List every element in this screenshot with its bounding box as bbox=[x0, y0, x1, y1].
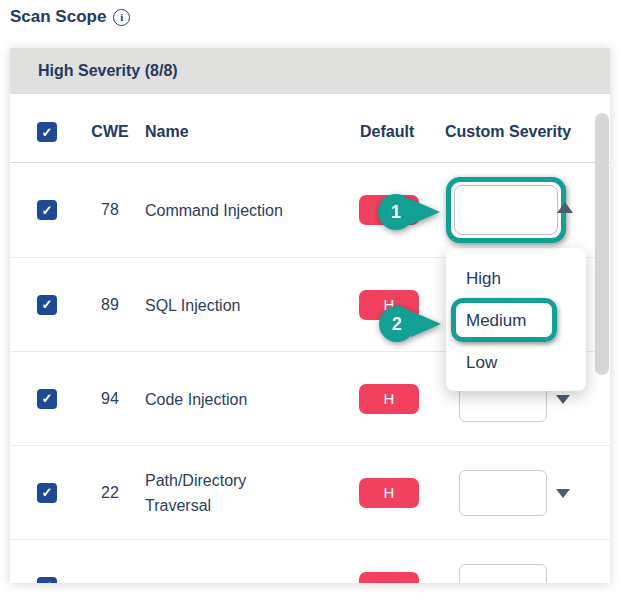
cwe-name: SQL Injection bbox=[145, 292, 305, 317]
chevron-down-icon[interactable] bbox=[556, 395, 570, 404]
severity-group-label: High Severity (8/8) bbox=[38, 62, 178, 80]
step-callout-1: 1 bbox=[378, 194, 440, 230]
table-header: ✓ CWE Name Default Custom Severity bbox=[10, 102, 610, 163]
row-checkbox[interactable]: ✓ bbox=[37, 389, 57, 409]
column-header-default: Default bbox=[360, 123, 414, 141]
cwe-id: 94 bbox=[85, 390, 135, 408]
row-checkbox[interactable]: ✓ bbox=[37, 483, 57, 503]
row-checkbox[interactable]: ✓ bbox=[37, 295, 57, 315]
page-title-row: Scan Scope i bbox=[10, 7, 130, 27]
callout-pointer-icon bbox=[410, 199, 440, 225]
custom-severity-select[interactable] bbox=[459, 470, 547, 516]
menu-item-medium[interactable]: Medium bbox=[446, 300, 586, 342]
column-header-custom-severity: Custom Severity bbox=[445, 123, 571, 141]
severity-dropdown-menu: High Medium Low bbox=[446, 248, 586, 391]
default-severity-badge: H bbox=[359, 384, 419, 414]
scan-scope-screen: Scan Scope i High Severity (8/8) ✓ CWE N… bbox=[0, 0, 623, 602]
table-row: ✓ 22 Path/Directory Traversal H bbox=[10, 445, 610, 539]
row-checkbox[interactable]: ✓ bbox=[37, 200, 57, 220]
custom-severity-select-open[interactable] bbox=[454, 185, 558, 235]
cwe-id: 78 bbox=[85, 201, 135, 219]
column-header-name: Name bbox=[145, 123, 189, 141]
highlight-ring-custom-severity-select bbox=[446, 177, 566, 243]
cwe-name: Path/Directory Traversal bbox=[145, 468, 305, 518]
cwe-name: Code Injection bbox=[145, 386, 305, 411]
row-checkbox[interactable]: ✓ bbox=[37, 577, 57, 584]
chevron-down-icon[interactable] bbox=[556, 583, 570, 584]
step-number: 2 bbox=[379, 306, 415, 342]
severity-group-header: High Severity (8/8) bbox=[10, 48, 610, 94]
step-number: 1 bbox=[378, 194, 414, 230]
callout-pointer-icon bbox=[411, 311, 441, 337]
step-callout-2: 2 bbox=[379, 306, 441, 342]
default-severity-badge: H bbox=[359, 478, 419, 508]
menu-item-low[interactable]: Low bbox=[446, 342, 586, 384]
chevron-up-icon[interactable] bbox=[557, 202, 573, 213]
default-severity-badge bbox=[359, 572, 419, 584]
menu-item-high[interactable]: High bbox=[446, 258, 586, 300]
cwe-name: Command Injection bbox=[145, 198, 305, 223]
cwe-id: 22 bbox=[85, 484, 135, 502]
cwe-id: 89 bbox=[85, 296, 135, 314]
select-all-checkbox[interactable]: ✓ bbox=[37, 122, 57, 142]
chevron-down-icon[interactable] bbox=[556, 489, 570, 498]
page-title: Scan Scope bbox=[10, 7, 106, 27]
vertical-scrollbar-thumb[interactable] bbox=[595, 113, 609, 375]
column-header-cwe: CWE bbox=[85, 123, 135, 141]
custom-severity-select[interactable] bbox=[459, 564, 547, 584]
table-row: ✓ bbox=[10, 539, 610, 583]
info-icon[interactable]: i bbox=[113, 9, 130, 26]
